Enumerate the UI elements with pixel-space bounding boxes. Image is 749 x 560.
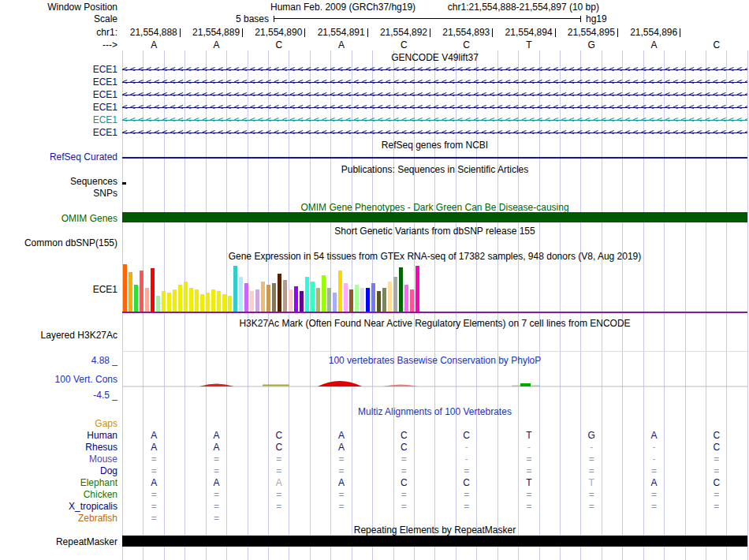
base-letter: C [270,39,289,50]
gtex-tissue-bar[interactable] [338,271,342,312]
track-label-snps[interactable]: SNPs [0,188,117,199]
track-label-refseq-curated[interactable]: RefSeq Curated [0,151,117,162]
gtex-tissue-bar[interactable] [399,267,403,312]
conservation-mark-green [520,383,531,386]
track-label-gene[interactable]: ECE1 [0,77,117,88]
gtex-tissue-bar[interactable] [140,271,143,312]
gtex-tissue-bar[interactable] [233,266,237,312]
gtex-tissue-bar[interactable] [266,285,270,312]
gencode-gene-row[interactable]: <<<<<<<<<<<<<<<<<<<<<<<<<<<<<<<<<<<<<<<<… [122,64,747,75]
gtex-tissue-bar[interactable] [294,286,298,312]
species-label[interactable]: Elephant [0,477,117,488]
left-arrows-pattern: <<<<<<<<<<<<<<<<<<<<<<<<<<<<<<<<<<<<<<<<… [122,77,747,88]
track-label-gene[interactable]: ECE1 [0,89,117,100]
gtex-tissue-bar[interactable] [371,283,375,312]
gtex-tissue-bar[interactable] [404,285,408,312]
gencode-gene-row[interactable]: <<<<<<<<<<<<<<<<<<<<<<<<<<<<<<<<<<<<<<<<… [122,127,747,138]
gtex-tissue-bar[interactable] [195,289,199,312]
track-label-h3k27ac[interactable]: Layered H3K27Ac [0,330,117,341]
track-label-gene[interactable]: ECE1 [0,102,117,113]
gtex-tissue-bar[interactable] [255,289,259,312]
refseq-title: RefSeq genes from NCBI [122,140,747,151]
track-label-gene[interactable]: ECE1 [0,64,117,75]
gtex-tissue-bar[interactable] [322,275,326,312]
gtex-tissue-bar[interactable] [272,283,276,312]
gtex-tissue-bar[interactable] [167,293,171,312]
alignment-cell: A [332,430,351,441]
alignment-cell: = [582,501,601,512]
track-label-repeatmasker[interactable]: RepeatMasker [0,536,117,547]
gtex-tissue-bar[interactable] [289,289,293,312]
track-label-omim-genes[interactable]: OMIM Genes [0,213,117,224]
species-label[interactable]: X_tropicalis [0,501,117,512]
gencode-gene-row[interactable]: <<<<<<<<<<<<<<<<<<<<<<<<<<<<<<<<<<<<<<<<… [122,114,747,125]
gtex-tissue-bar[interactable] [244,283,248,312]
gtex-tissue-bar[interactable] [134,285,138,312]
gtex-tissue-bar[interactable] [222,294,226,312]
gtex-tissue-bar[interactable] [123,264,127,312]
gtex-tissue-bar[interactable] [366,288,370,312]
gtex-tissue-bar[interactable] [162,291,166,312]
gtex-tissue-bar[interactable] [151,268,155,312]
gtex-tissue-bar[interactable] [189,288,193,312]
alignment-cell: A [270,477,289,488]
track-label-sequences[interactable]: Sequences [0,176,117,187]
gtex-tissue-bar[interactable] [327,288,331,312]
gtex-tissue-bar[interactable] [415,266,419,312]
gtex-tissue-bar[interactable] [217,291,221,312]
species-label[interactable]: Mouse [0,454,117,465]
gtex-tissue-bar[interactable] [178,285,182,312]
species-label[interactable]: Zebrafish [0,513,117,524]
sequences-item[interactable] [122,182,126,185]
omim-gene-bar[interactable] [122,212,747,222]
position-text: chr1:21,554,888-21,554,897 (10 bp) [448,2,599,13]
gencode-gene-row[interactable]: <<<<<<<<<<<<<<<<<<<<<<<<<<<<<<<<<<<<<<<<… [122,77,747,88]
gtex-tissue-bar[interactable] [129,272,132,312]
species-label[interactable]: Gaps [0,418,117,429]
alignment-cell: - [645,454,664,465]
species-label[interactable]: Chicken [0,489,117,500]
track-label-gtex-gene[interactable]: ECE1 [0,284,117,295]
gtex-tissue-bar[interactable] [377,291,381,312]
gtex-tissue-bar[interactable] [333,293,337,312]
track-label-gene[interactable]: ECE1 [0,127,117,138]
track-label-conservation[interactable]: 100 Vert. Cons [0,374,117,385]
gtex-tissue-bar[interactable] [278,274,281,312]
gtex-tissue-bar[interactable] [250,291,254,312]
gtex-tissue-bar[interactable] [388,282,392,312]
species-label[interactable]: Human [0,430,117,441]
gtex-tissue-bar[interactable] [211,289,215,312]
gtex-tissue-bar[interactable] [410,289,414,312]
gencode-gene-row[interactable]: <<<<<<<<<<<<<<<<<<<<<<<<<<<<<<<<<<<<<<<<… [122,102,747,113]
gtex-tissue-bar[interactable] [344,283,348,312]
gtex-tissue-bar[interactable] [228,296,232,312]
gtex-tissue-bar[interactable] [360,288,364,312]
gtex-tissue-bar[interactable] [184,282,188,312]
alignment-cell: G [582,430,601,441]
track-label-dbsnp[interactable]: Common dbSNP(155) [0,237,117,248]
gtex-tissue-bar[interactable] [305,277,309,312]
gtex-tissue-bar[interactable] [382,288,386,312]
refseq-curated-item[interactable] [122,157,747,159]
species-label[interactable]: Rhesus [0,442,117,453]
gtex-tissue-bar[interactable] [283,280,287,312]
header-title-row: Human Feb. 2009 (GRCh37/hg19) chr1:21,55… [122,2,747,13]
gtex-tissue-bar[interactable] [316,288,320,312]
chrom-label: chr1: [0,27,117,38]
gtex-tissue-bar[interactable] [173,289,177,312]
gtex-tissue-bar[interactable] [156,296,160,312]
repeatmasker-bar[interactable] [122,536,747,547]
species-label[interactable]: Dog [0,465,117,476]
gtex-tissue-bar[interactable] [393,277,397,312]
gtex-tissue-bar[interactable] [311,282,315,312]
gtex-tissue-bar[interactable] [145,288,149,312]
gtex-tissue-bar[interactable] [239,277,243,312]
gtex-tissue-bar[interactable] [349,289,353,312]
track-label-gene[interactable]: ECE1 [0,114,117,125]
gtex-tissue-bar[interactable] [200,294,204,312]
gtex-tissue-bar[interactable] [206,293,210,312]
gencode-gene-row[interactable]: <<<<<<<<<<<<<<<<<<<<<<<<<<<<<<<<<<<<<<<<… [122,89,747,100]
gtex-tissue-bar[interactable] [355,285,359,312]
gtex-tissue-bar[interactable] [261,282,265,312]
gtex-tissue-bar[interactable] [300,291,304,312]
